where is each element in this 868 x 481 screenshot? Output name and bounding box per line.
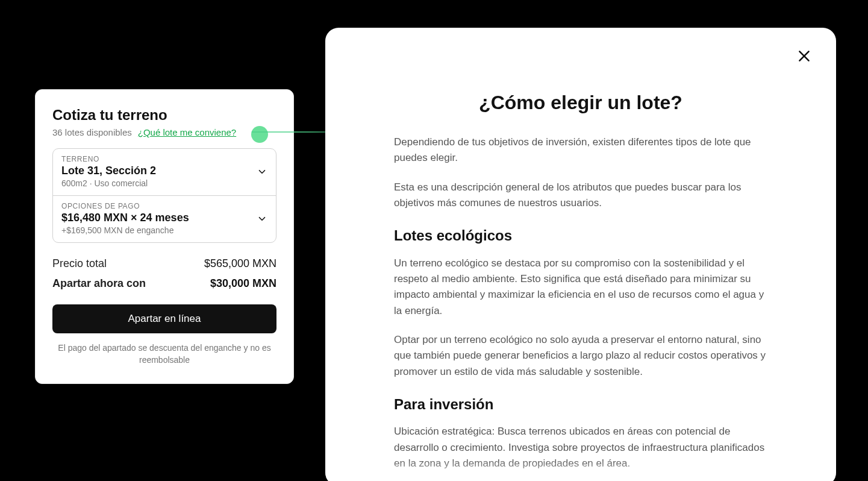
modal-intro-2: Esta es una descripción general de los a… bbox=[394, 180, 767, 212]
eco-paragraph-1: Un terreno ecológico se destaca por su c… bbox=[394, 256, 767, 319]
total-row-price: Precio total $565,000 MXN bbox=[52, 257, 276, 270]
payment-select[interactable]: OPCIONES DE PAGO $16,480 MXN × 24 meses … bbox=[53, 195, 276, 242]
total-row-reserve: Apartar ahora con $30,000 MXN bbox=[52, 277, 276, 290]
available-count: 36 lotes disponibles bbox=[52, 127, 132, 137]
terrain-sub: 600m2 · Uso comercial bbox=[61, 178, 156, 188]
modal-title: ¿Cómo elegir un lote? bbox=[361, 92, 800, 114]
modal-intro-1: Dependiendo de tus objetivos de inversió… bbox=[394, 134, 767, 166]
help-modal: ¿Cómo elegir un lote? Dependiendo de tus… bbox=[325, 28, 836, 481]
terrain-value: Lote 31, Sección 2 bbox=[61, 165, 156, 177]
payment-value: $16,480 MXN × 24 meses bbox=[61, 212, 189, 224]
invest-paragraph-1: Ubicación estratégica: Busca terrenos ub… bbox=[394, 424, 767, 471]
invest-heading: Para inversión bbox=[394, 393, 767, 415]
disclaimer-text: El pago del apartado se descuenta del en… bbox=[52, 342, 276, 366]
payment-label: OPCIONES DE PAGO bbox=[61, 202, 189, 210]
payment-sub: +$169,500 MXN de enganche bbox=[61, 225, 189, 235]
card-subrow: 36 lotes disponibles ¿Qué lote me convie… bbox=[52, 127, 276, 137]
eco-heading: Lotes ecológicos bbox=[394, 224, 767, 247]
eco-paragraph-2: Optar por un terreno ecológico no solo a… bbox=[394, 332, 767, 380]
quote-card: Cotiza tu terreno 36 lotes disponibles ¿… bbox=[35, 89, 294, 384]
terrain-label: TERRENO bbox=[61, 155, 156, 163]
card-title: Cotiza tu terreno bbox=[52, 107, 276, 124]
chevron-down-icon bbox=[257, 166, 267, 177]
totals: Precio total $565,000 MXN Apartar ahora … bbox=[52, 257, 276, 290]
modal-body: Dependiendo de tus objetivos de inversió… bbox=[394, 134, 767, 481]
reserve-value: $30,000 MXN bbox=[210, 277, 276, 290]
total-price-label: Precio total bbox=[52, 257, 107, 270]
reserve-button[interactable]: Apartar en línea bbox=[52, 304, 276, 333]
chevron-down-icon bbox=[257, 213, 267, 224]
terrain-select[interactable]: TERRENO Lote 31, Sección 2 600m2 · Uso c… bbox=[53, 149, 276, 195]
help-link-highlight-dot bbox=[251, 126, 268, 143]
field-group: TERRENO Lote 31, Sección 2 600m2 · Uso c… bbox=[52, 148, 276, 243]
reserve-label: Apartar ahora con bbox=[52, 277, 146, 290]
total-price-value: $565,000 MXN bbox=[204, 257, 276, 270]
help-link[interactable]: ¿Qué lote me conviene? bbox=[138, 127, 236, 137]
close-icon[interactable] bbox=[796, 48, 812, 64]
